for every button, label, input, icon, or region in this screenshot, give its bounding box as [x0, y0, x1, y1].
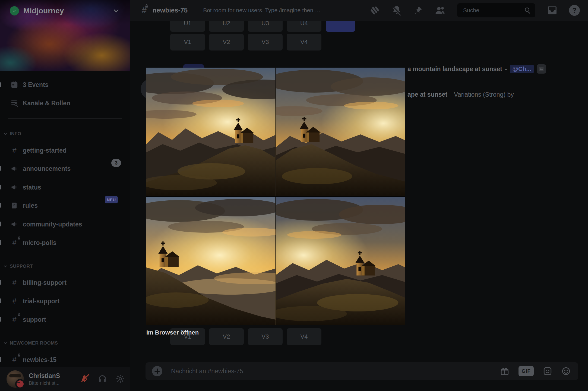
search-input[interactable] — [463, 7, 521, 14]
user-info[interactable]: ChristianS Bitte nicht st... — [29, 372, 60, 386]
megaphone-icon — [10, 183, 19, 192]
sidebar-item-community-updates[interactable]: community-updates — [0, 218, 130, 231]
hash-lock-icon: # — [10, 315, 19, 324]
verified-icon — [10, 6, 19, 15]
rules-book-icon — [10, 201, 19, 210]
gif-picker-button[interactable]: GIF — [519, 366, 534, 376]
server-header[interactable]: Midjourney — [0, 0, 130, 22]
unread-indicator — [0, 185, 1, 190]
unread-indicator — [0, 166, 1, 171]
prompt-text: a mountain landscape at sunset — [407, 65, 502, 73]
v4-button-bottom[interactable]: V4 — [287, 328, 321, 345]
chevron-down-icon — [3, 264, 8, 269]
image-lightbox[interactable] — [146, 68, 405, 325]
image-quadrant-3[interactable] — [146, 197, 276, 325]
mic-muted-icon[interactable] — [79, 374, 90, 384]
section-title: SUPPORT — [10, 264, 33, 269]
user-panel: ChristianS Bitte nicht st... — [0, 367, 130, 391]
message-header-1: a mountain landscape at sunset - @Ch... — [407, 65, 546, 73]
button-label: V3 — [262, 333, 269, 340]
sidebar-item-billing-support[interactable]: # billing-support — [0, 276, 130, 289]
unread-indicator — [0, 280, 1, 285]
v2-button-bottom[interactable]: V2 — [209, 328, 244, 345]
button-label: U2 — [223, 20, 230, 27]
channel-hash-icon: # — [142, 6, 147, 15]
megaphone-icon — [10, 220, 19, 229]
button-label: V2 — [223, 39, 230, 46]
sidebar-item-status[interactable]: status — [0, 181, 130, 194]
megaphone-icon — [10, 164, 19, 173]
unread-indicator — [0, 240, 1, 245]
threads-icon[interactable] — [370, 5, 380, 15]
v3-button-bottom[interactable]: V3 — [248, 328, 283, 345]
headphones-icon[interactable] — [97, 374, 108, 384]
message-suffix: - Variations (Strong) by — [450, 91, 514, 98]
section-title: INFO — [10, 131, 21, 137]
button-label: U3 — [261, 20, 269, 27]
hash-icon: # — [10, 146, 19, 155]
hash-lock-icon: # — [10, 355, 19, 364]
chevron-down-icon — [3, 132, 8, 136]
sidebar-item-micro-polls[interactable]: # micro-polls — [0, 236, 130, 249]
member-list-icon[interactable] — [434, 5, 446, 15]
composer-placeholder[interactable]: Nachricht an #newbies-75 — [171, 368, 500, 375]
sticker-icon[interactable] — [543, 367, 552, 376]
channel-topic[interactable]: Bot room for new users. Type /imagine th… — [203, 7, 355, 14]
section-title: NEWCOMER ROOMS — [10, 340, 58, 346]
sidebar-item-getting-started[interactable]: # getting-started — [0, 144, 130, 157]
attach-plus-icon[interactable] — [152, 366, 162, 376]
channel-label: announcements — [23, 165, 71, 172]
user-mention[interactable]: @Ch... — [510, 65, 534, 73]
image-quadrant-2[interactable] — [276, 68, 406, 196]
channel-label: trial-support — [23, 298, 59, 305]
inbox-icon[interactable] — [547, 5, 558, 15]
sidebar-item-support[interactable]: # support — [0, 313, 130, 326]
avatar[interactable] — [7, 370, 24, 388]
v4-button[interactable]: V4 — [287, 34, 321, 51]
sidebar-item-announcements[interactable]: announcements — [0, 162, 130, 175]
channel-label: billing-support — [23, 279, 67, 286]
v2-button[interactable]: V2 — [209, 34, 244, 51]
chevron-down-icon — [3, 341, 8, 345]
sidebar-item-channels-roles[interactable]: Kanäle & Rollen NEU — [0, 97, 130, 110]
image-quadrant-4[interactable] — [276, 197, 406, 325]
separator: - — [505, 65, 507, 73]
unread-indicator — [0, 317, 1, 322]
image-quadrant-1[interactable] — [146, 68, 276, 196]
section-support[interactable]: SUPPORT — [0, 262, 130, 270]
section-info[interactable]: INFO — [0, 130, 130, 138]
chevron-down-icon[interactable] — [112, 7, 120, 15]
open-in-browser-link[interactable]: Im Browser öffnen — [146, 329, 199, 336]
pinned-messages-icon[interactable] — [413, 5, 423, 15]
hash-icon: # — [10, 278, 19, 287]
hash-lock-icon: # — [10, 238, 19, 247]
emoji-icon[interactable] — [561, 367, 571, 376]
gift-icon[interactable] — [500, 367, 509, 376]
message-composer[interactable]: Nachricht an #newbies-75 GIF — [146, 362, 578, 380]
sidebar-item-trial-support[interactable]: # trial-support — [0, 295, 130, 308]
channel-label: support — [23, 316, 46, 323]
channel-label: rules — [23, 202, 38, 209]
button-label: U4 — [300, 20, 308, 27]
button-label: V4 — [301, 39, 308, 46]
channel-label: newbies-15 — [23, 356, 56, 364]
channel-header: # newbies-75 Bot room for new users. Typ… — [130, 0, 588, 21]
channel-label: status — [23, 184, 41, 191]
help-icon[interactable]: ? — [569, 5, 580, 16]
username: ChristianS — [29, 372, 60, 380]
search-box[interactable] — [457, 3, 535, 17]
v1-button[interactable]: V1 — [170, 34, 205, 51]
prompt-text: ape at sunset — [407, 91, 447, 98]
message-header-2: ape at sunset - Variations (Strong) by — [407, 90, 514, 99]
section-newcomer-rooms[interactable]: NEWCOMER ROOMS — [0, 339, 130, 347]
gear-icon[interactable] — [115, 374, 125, 384]
sidebar-item-events[interactable]: 3 Events 3 — [0, 78, 130, 91]
image-attachment-icon[interactable] — [537, 64, 546, 74]
sidebar-item-rules[interactable]: rules — [0, 199, 130, 212]
sidebar-item-newbies-15[interactable]: # newbies-15 — [0, 353, 130, 366]
unread-indicator — [0, 82, 1, 87]
discord-app: U1 U2 U3 U4 V1 V2 V3 V4 a mountain lands… — [0, 0, 588, 391]
v3-button[interactable]: V3 — [248, 34, 283, 51]
channel-label: getting-started — [23, 147, 67, 154]
notifications-muted-icon[interactable] — [391, 5, 402, 15]
